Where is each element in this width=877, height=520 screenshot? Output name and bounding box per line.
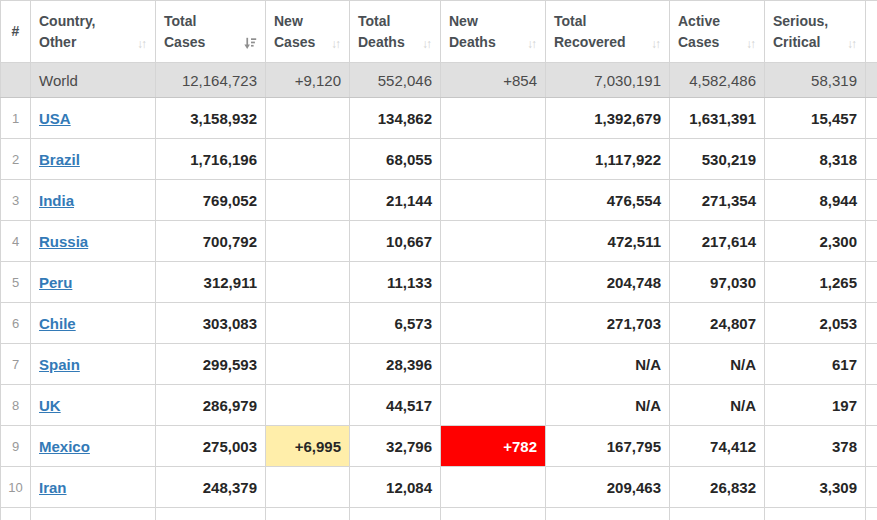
column-header-label: Total Cases	[164, 11, 205, 53]
rank-cell: 5	[1, 262, 31, 303]
country-link-russia[interactable]: Russia	[39, 233, 88, 250]
country-row-spain: 7Spain299,59328,396N/AN/A617	[1, 344, 877, 385]
new-cases-cell	[266, 262, 350, 303]
total-cases-cell: 700,792	[156, 221, 266, 262]
serious-critical-cell: 8,318	[765, 139, 866, 180]
country-row-chile: 6Chile303,0836,573271,70324,8072,053	[1, 303, 877, 344]
country-link-usa[interactable]: USA	[39, 110, 71, 127]
empty-cell	[1, 508, 31, 520]
serious-critical-cell: 15,457	[765, 98, 866, 139]
new-deaths-cell	[441, 344, 546, 385]
clipped-column-cell	[866, 180, 877, 221]
country-cell: Peru	[31, 262, 156, 303]
column-header-label: Active Cases	[678, 11, 720, 53]
active-cases-cell: 217,614	[670, 221, 765, 262]
column-header-label: Serious, Critical	[773, 11, 828, 53]
column-header-label: New Cases	[274, 11, 315, 53]
total-recovered-cell: 476,554	[546, 180, 670, 221]
rank-cell: 1	[1, 98, 31, 139]
empty-cell	[31, 508, 156, 520]
column-header-label: New Deaths	[449, 11, 496, 53]
empty-cell	[866, 508, 877, 520]
rank-cell: 2	[1, 139, 31, 180]
sort-updown-icon: ↓↑	[422, 37, 432, 51]
total-deaths-cell: 44,517	[350, 385, 441, 426]
total-deaths-cell: 11,133	[350, 262, 441, 303]
total-recovered-cell: 1,117,922	[546, 139, 670, 180]
total-recovered-cell: 167,795	[546, 426, 670, 467]
rank-cell: 9	[1, 426, 31, 467]
column-header-active_cases[interactable]: Active Cases↓↑	[670, 1, 765, 63]
total-deaths-cell: 28,396	[350, 344, 441, 385]
country-link-brazil[interactable]: Brazil	[39, 151, 80, 168]
active-cases-cell: 24,807	[670, 303, 765, 344]
country-link-india[interactable]: India	[39, 192, 74, 209]
total-cases-cell: 3,158,932	[156, 98, 266, 139]
total-recovered-cell: 204,748	[546, 262, 670, 303]
column-header-label: Total Deaths	[358, 11, 405, 53]
serious-critical-cell: 617	[765, 344, 866, 385]
clipped-column-cell	[866, 139, 877, 180]
country-link-spain[interactable]: Spain	[39, 356, 80, 373]
country-link-peru[interactable]: Peru	[39, 274, 72, 291]
empty-cell	[765, 508, 866, 520]
covid-stats-table: #Country, Other↓↑Total CasesNew Cases↓↑T…	[0, 0, 877, 520]
clipped-column-cell	[866, 426, 877, 467]
country-cell: Brazil	[31, 139, 156, 180]
clipped-column-cell	[866, 385, 877, 426]
country-link-mexico[interactable]: Mexico	[39, 438, 90, 455]
clipped-column-cell	[866, 221, 877, 262]
total-cases-cell: 248,379	[156, 467, 266, 508]
rank-cell: 3	[1, 180, 31, 221]
country-row-india: 3India769,05221,144476,554271,3548,944	[1, 180, 877, 221]
empty-cell	[546, 508, 670, 520]
serious-critical-cell: 58,319	[765, 63, 866, 98]
serious-critical-cell: 197	[765, 385, 866, 426]
total-recovered-cell: 209,463	[546, 467, 670, 508]
new-cases-cell	[266, 221, 350, 262]
covid-table-viewport: #Country, Other↓↑Total CasesNew Cases↓↑T…	[0, 0, 877, 520]
new-cases-cell	[266, 180, 350, 221]
clipped-column-cell	[866, 467, 877, 508]
column-header-total_recovered[interactable]: Total Recovered↓↑	[546, 1, 670, 63]
rank-cell: 7	[1, 344, 31, 385]
new-deaths-cell	[441, 303, 546, 344]
sort-updown-icon: ↓↑	[847, 37, 857, 51]
column-header-total_cases[interactable]: Total Cases	[156, 1, 266, 63]
total-deaths-cell: 134,862	[350, 98, 441, 139]
column-header-total_deaths[interactable]: Total Deaths↓↑	[350, 1, 441, 63]
new-cases-cell	[266, 467, 350, 508]
active-cases-cell: 1,631,391	[670, 98, 765, 139]
serious-critical-cell: 2,053	[765, 303, 866, 344]
country-link-chile[interactable]: Chile	[39, 315, 76, 332]
column-header-new_deaths[interactable]: New Deaths↓↑	[441, 1, 546, 63]
sort-updown-icon: ↓↑	[746, 37, 756, 51]
empty-cell	[441, 508, 546, 520]
sort-updown-icon: ↓↑	[651, 37, 661, 51]
total-deaths-cell: 10,667	[350, 221, 441, 262]
country-cell: UK	[31, 385, 156, 426]
total-deaths-cell: 552,046	[350, 63, 441, 98]
column-header-country[interactable]: Country, Other↓↑	[31, 1, 156, 63]
total-deaths-cell: 12,084	[350, 467, 441, 508]
country-cell: Russia	[31, 221, 156, 262]
column-header-serious_critical[interactable]: Serious, Critical↓↑	[765, 1, 866, 63]
new-deaths-cell: +782	[441, 426, 546, 467]
total-recovered-cell: 1,392,679	[546, 98, 670, 139]
country-link-iran[interactable]: Iran	[39, 479, 67, 496]
country-row-russia: 4Russia700,79210,667472,511217,6142,300	[1, 221, 877, 262]
sort-updown-icon: ↓↑	[527, 37, 537, 51]
total-cases-cell: 769,052	[156, 180, 266, 221]
country-cell: Iran	[31, 467, 156, 508]
active-cases-cell: N/A	[670, 385, 765, 426]
clipped-column-cell	[866, 344, 877, 385]
column-header-label: Total Recovered	[554, 11, 626, 53]
clipped-column-cell	[866, 262, 877, 303]
new-cases-cell: +6,995	[266, 426, 350, 467]
world-label: World	[31, 63, 156, 98]
column-header-new_cases[interactable]: New Cases↓↑	[266, 1, 350, 63]
active-cases-cell: 74,412	[670, 426, 765, 467]
new-cases-cell	[266, 344, 350, 385]
new-cases-cell	[266, 139, 350, 180]
country-link-uk[interactable]: UK	[39, 397, 61, 414]
